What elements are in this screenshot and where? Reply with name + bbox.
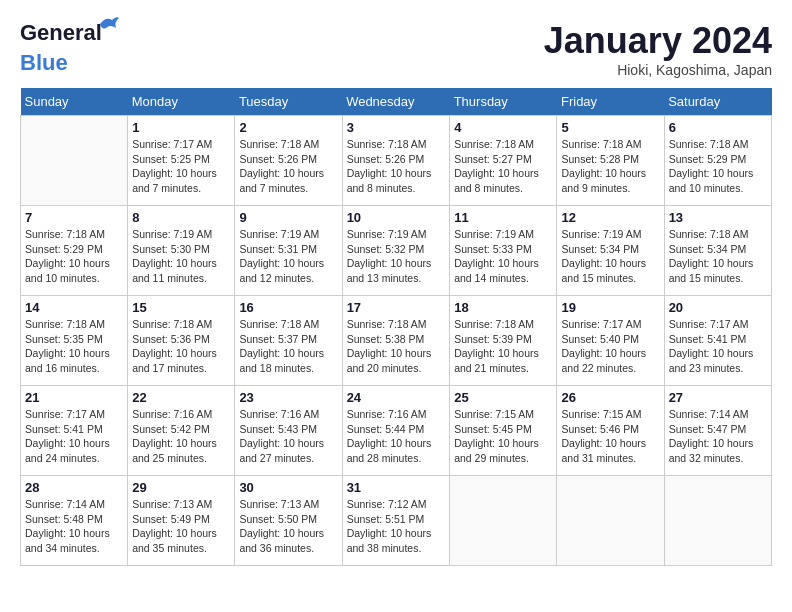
day-cell: 22Sunrise: 7:16 AMSunset: 5:42 PMDayligh… bbox=[128, 386, 235, 476]
day-info: Sunrise: 7:19 AMSunset: 5:34 PMDaylight:… bbox=[561, 227, 659, 286]
day-cell: 19Sunrise: 7:17 AMSunset: 5:40 PMDayligh… bbox=[557, 296, 664, 386]
day-cell: 31Sunrise: 7:12 AMSunset: 5:51 PMDayligh… bbox=[342, 476, 450, 566]
day-info: Sunrise: 7:18 AMSunset: 5:35 PMDaylight:… bbox=[25, 317, 123, 376]
day-info: Sunrise: 7:12 AMSunset: 5:51 PMDaylight:… bbox=[347, 497, 446, 556]
weekday-header-row: SundayMondayTuesdayWednesdayThursdayFrid… bbox=[21, 88, 772, 116]
day-info: Sunrise: 7:18 AMSunset: 5:29 PMDaylight:… bbox=[25, 227, 123, 286]
day-cell: 23Sunrise: 7:16 AMSunset: 5:43 PMDayligh… bbox=[235, 386, 342, 476]
day-number: 8 bbox=[132, 210, 230, 225]
day-number: 26 bbox=[561, 390, 659, 405]
day-cell: 29Sunrise: 7:13 AMSunset: 5:49 PMDayligh… bbox=[128, 476, 235, 566]
day-number: 14 bbox=[25, 300, 123, 315]
day-info: Sunrise: 7:18 AMSunset: 5:26 PMDaylight:… bbox=[239, 137, 337, 196]
day-number: 21 bbox=[25, 390, 123, 405]
logo: General Blue bbox=[20, 20, 102, 76]
day-number: 2 bbox=[239, 120, 337, 135]
day-cell: 28Sunrise: 7:14 AMSunset: 5:48 PMDayligh… bbox=[21, 476, 128, 566]
day-cell: 13Sunrise: 7:18 AMSunset: 5:34 PMDayligh… bbox=[664, 206, 771, 296]
day-info: Sunrise: 7:17 AMSunset: 5:41 PMDaylight:… bbox=[669, 317, 767, 376]
day-cell: 8Sunrise: 7:19 AMSunset: 5:30 PMDaylight… bbox=[128, 206, 235, 296]
day-info: Sunrise: 7:18 AMSunset: 5:29 PMDaylight:… bbox=[669, 137, 767, 196]
day-info: Sunrise: 7:17 AMSunset: 5:40 PMDaylight:… bbox=[561, 317, 659, 376]
day-cell: 4Sunrise: 7:18 AMSunset: 5:27 PMDaylight… bbox=[450, 116, 557, 206]
day-number: 3 bbox=[347, 120, 446, 135]
day-info: Sunrise: 7:16 AMSunset: 5:43 PMDaylight:… bbox=[239, 407, 337, 466]
day-number: 23 bbox=[239, 390, 337, 405]
day-number: 29 bbox=[132, 480, 230, 495]
day-number: 20 bbox=[669, 300, 767, 315]
day-info: Sunrise: 7:15 AMSunset: 5:45 PMDaylight:… bbox=[454, 407, 552, 466]
week-row-3: 14Sunrise: 7:18 AMSunset: 5:35 PMDayligh… bbox=[21, 296, 772, 386]
day-number: 4 bbox=[454, 120, 552, 135]
day-cell bbox=[21, 116, 128, 206]
day-info: Sunrise: 7:13 AMSunset: 5:49 PMDaylight:… bbox=[132, 497, 230, 556]
day-cell: 11Sunrise: 7:19 AMSunset: 5:33 PMDayligh… bbox=[450, 206, 557, 296]
day-number: 12 bbox=[561, 210, 659, 225]
week-row-4: 21Sunrise: 7:17 AMSunset: 5:41 PMDayligh… bbox=[21, 386, 772, 476]
day-cell: 18Sunrise: 7:18 AMSunset: 5:39 PMDayligh… bbox=[450, 296, 557, 386]
weekday-header-tuesday: Tuesday bbox=[235, 88, 342, 116]
day-cell: 5Sunrise: 7:18 AMSunset: 5:28 PMDaylight… bbox=[557, 116, 664, 206]
day-cell: 1Sunrise: 7:17 AMSunset: 5:25 PMDaylight… bbox=[128, 116, 235, 206]
logo-general: General bbox=[20, 20, 102, 45]
day-info: Sunrise: 7:19 AMSunset: 5:33 PMDaylight:… bbox=[454, 227, 552, 286]
day-cell: 10Sunrise: 7:19 AMSunset: 5:32 PMDayligh… bbox=[342, 206, 450, 296]
page-header: General Blue January 2024 Hioki, Kagoshi… bbox=[20, 20, 772, 78]
day-cell: 20Sunrise: 7:17 AMSunset: 5:41 PMDayligh… bbox=[664, 296, 771, 386]
day-number: 5 bbox=[561, 120, 659, 135]
day-cell: 21Sunrise: 7:17 AMSunset: 5:41 PMDayligh… bbox=[21, 386, 128, 476]
weekday-header-thursday: Thursday bbox=[450, 88, 557, 116]
week-row-5: 28Sunrise: 7:14 AMSunset: 5:48 PMDayligh… bbox=[21, 476, 772, 566]
day-number: 10 bbox=[347, 210, 446, 225]
title-block: January 2024 Hioki, Kagoshima, Japan bbox=[544, 20, 772, 78]
weekday-header-friday: Friday bbox=[557, 88, 664, 116]
day-number: 31 bbox=[347, 480, 446, 495]
logo-blue: Blue bbox=[20, 50, 68, 75]
day-info: Sunrise: 7:18 AMSunset: 5:36 PMDaylight:… bbox=[132, 317, 230, 376]
day-number: 16 bbox=[239, 300, 337, 315]
day-cell bbox=[557, 476, 664, 566]
month-title: January 2024 bbox=[544, 20, 772, 62]
day-number: 28 bbox=[25, 480, 123, 495]
day-number: 15 bbox=[132, 300, 230, 315]
day-info: Sunrise: 7:14 AMSunset: 5:47 PMDaylight:… bbox=[669, 407, 767, 466]
day-number: 27 bbox=[669, 390, 767, 405]
day-info: Sunrise: 7:14 AMSunset: 5:48 PMDaylight:… bbox=[25, 497, 123, 556]
day-info: Sunrise: 7:13 AMSunset: 5:50 PMDaylight:… bbox=[239, 497, 337, 556]
week-row-2: 7Sunrise: 7:18 AMSunset: 5:29 PMDaylight… bbox=[21, 206, 772, 296]
day-cell: 9Sunrise: 7:19 AMSunset: 5:31 PMDaylight… bbox=[235, 206, 342, 296]
week-row-1: 1Sunrise: 7:17 AMSunset: 5:25 PMDaylight… bbox=[21, 116, 772, 206]
day-number: 13 bbox=[669, 210, 767, 225]
day-number: 9 bbox=[239, 210, 337, 225]
day-cell: 6Sunrise: 7:18 AMSunset: 5:29 PMDaylight… bbox=[664, 116, 771, 206]
calendar-table: SundayMondayTuesdayWednesdayThursdayFrid… bbox=[20, 88, 772, 566]
day-number: 11 bbox=[454, 210, 552, 225]
day-cell: 30Sunrise: 7:13 AMSunset: 5:50 PMDayligh… bbox=[235, 476, 342, 566]
day-info: Sunrise: 7:17 AMSunset: 5:41 PMDaylight:… bbox=[25, 407, 123, 466]
day-cell: 14Sunrise: 7:18 AMSunset: 5:35 PMDayligh… bbox=[21, 296, 128, 386]
weekday-header-sunday: Sunday bbox=[21, 88, 128, 116]
day-info: Sunrise: 7:16 AMSunset: 5:42 PMDaylight:… bbox=[132, 407, 230, 466]
day-cell: 3Sunrise: 7:18 AMSunset: 5:26 PMDaylight… bbox=[342, 116, 450, 206]
day-info: Sunrise: 7:18 AMSunset: 5:38 PMDaylight:… bbox=[347, 317, 446, 376]
day-number: 25 bbox=[454, 390, 552, 405]
logo-bird-icon bbox=[98, 14, 120, 34]
day-cell bbox=[450, 476, 557, 566]
day-info: Sunrise: 7:18 AMSunset: 5:37 PMDaylight:… bbox=[239, 317, 337, 376]
day-info: Sunrise: 7:19 AMSunset: 5:32 PMDaylight:… bbox=[347, 227, 446, 286]
day-cell: 25Sunrise: 7:15 AMSunset: 5:45 PMDayligh… bbox=[450, 386, 557, 476]
day-number: 30 bbox=[239, 480, 337, 495]
day-info: Sunrise: 7:19 AMSunset: 5:31 PMDaylight:… bbox=[239, 227, 337, 286]
day-cell: 7Sunrise: 7:18 AMSunset: 5:29 PMDaylight… bbox=[21, 206, 128, 296]
day-cell: 15Sunrise: 7:18 AMSunset: 5:36 PMDayligh… bbox=[128, 296, 235, 386]
day-number: 7 bbox=[25, 210, 123, 225]
day-info: Sunrise: 7:15 AMSunset: 5:46 PMDaylight:… bbox=[561, 407, 659, 466]
day-cell: 12Sunrise: 7:19 AMSunset: 5:34 PMDayligh… bbox=[557, 206, 664, 296]
day-number: 17 bbox=[347, 300, 446, 315]
day-cell: 24Sunrise: 7:16 AMSunset: 5:44 PMDayligh… bbox=[342, 386, 450, 476]
day-number: 18 bbox=[454, 300, 552, 315]
day-info: Sunrise: 7:17 AMSunset: 5:25 PMDaylight:… bbox=[132, 137, 230, 196]
day-number: 19 bbox=[561, 300, 659, 315]
day-number: 6 bbox=[669, 120, 767, 135]
day-cell: 2Sunrise: 7:18 AMSunset: 5:26 PMDaylight… bbox=[235, 116, 342, 206]
